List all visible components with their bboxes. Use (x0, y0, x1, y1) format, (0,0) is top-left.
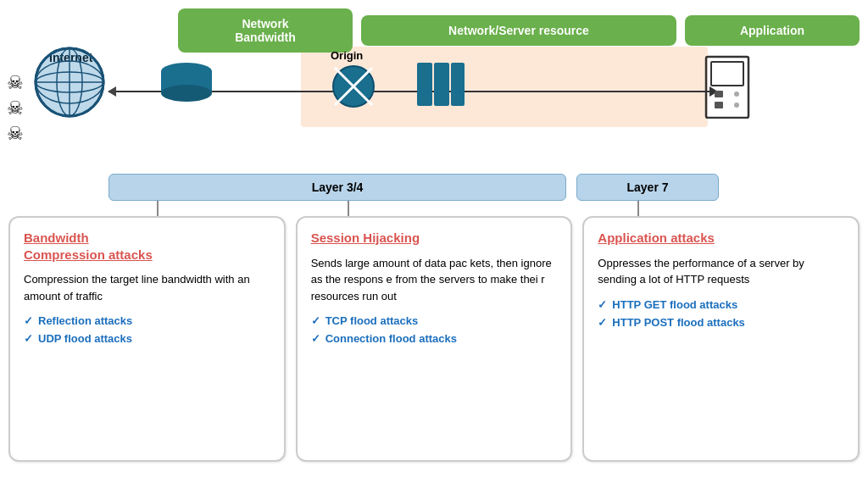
application-label: Application (685, 15, 860, 46)
bandwidth-list-item-1: Reflection attacks (24, 314, 270, 327)
svg-rect-20 (715, 102, 723, 108)
bandwidth-card: BandwidthCompression attacks Compression… (8, 216, 286, 462)
switch-icon (331, 64, 377, 113)
layer34-label: Layer 3/4 (312, 180, 364, 194)
server-icon (699, 55, 754, 121)
svg-point-10 (161, 85, 212, 102)
bandwidth-card-desc: Compression the target line bandwidth wi… (24, 271, 270, 304)
session-list-item-2: Connection flood attacks (311, 332, 558, 345)
application-card: Application attacks Oppresses the perfor… (582, 216, 860, 462)
bandwidth-card-title: BandwidthCompression attacks (24, 230, 270, 263)
application-card-title: Application attacks (598, 230, 844, 247)
bandwidth-card-list: Reflection attacks UDP flood attacks (24, 314, 270, 345)
layer7-bar: Layer 7 (576, 174, 719, 201)
skull-icon-1: ☠ (7, 72, 24, 94)
globe-icon (34, 47, 106, 121)
session-card: Session Hijacking Sends large amount of … (296, 216, 573, 462)
network-server-label: Network/Server resource (361, 15, 676, 46)
svg-rect-14 (417, 63, 432, 106)
skull-icons: ☠ ☠ ☠ (7, 72, 24, 145)
session-card-list: TCP flood attacks Connection flood attac… (311, 314, 558, 345)
svg-rect-17 (706, 57, 748, 118)
application-list-item-2: HTTP POST flood attacks (598, 316, 844, 329)
svg-rect-16 (451, 63, 465, 106)
application-list-item-1: HTTP GET flood attacks (598, 298, 844, 311)
arrow-left (108, 86, 116, 97)
diagram-container: Network Bandwidth Network/Server resourc… (0, 0, 868, 494)
application-card-list: HTTP GET flood attacks HTTP POST flood a… (598, 298, 844, 329)
svg-point-21 (734, 92, 739, 97)
origin-label: Origin (331, 49, 363, 62)
svg-rect-15 (434, 63, 449, 106)
svg-point-22 (734, 103, 739, 108)
skull-icon-2: ☠ (7, 97, 24, 119)
skull-icon-3: ☠ (7, 123, 24, 145)
network-bandwidth-label: Network Bandwidth (178, 8, 353, 53)
session-card-desc: Sends large amount of data pac kets, the… (311, 255, 558, 305)
layer7-label: Layer 7 (626, 180, 668, 194)
router-icon (157, 61, 216, 106)
attack-cards-row: BandwidthCompression attacks Compression… (8, 216, 860, 462)
firewall-icon (415, 61, 466, 110)
layer34-bar: Layer 3/4 (108, 174, 566, 201)
bandwidth-list-item-2: UDP flood attacks (24, 332, 270, 345)
application-card-desc: Oppresses the performance of a server by… (598, 255, 844, 288)
svg-rect-18 (711, 62, 743, 86)
session-list-item-1: TCP flood attacks (311, 314, 558, 327)
svg-rect-19 (715, 91, 723, 97)
session-card-title: Session Hijacking (311, 230, 558, 247)
